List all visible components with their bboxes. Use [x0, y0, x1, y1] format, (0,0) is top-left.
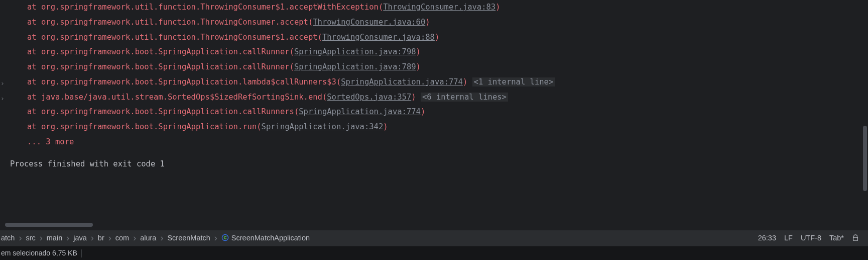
source-link[interactable]: SpringApplication.java:774 — [299, 107, 421, 116]
expand-arrow-icon[interactable]: › — [0, 77, 5, 90]
status-right: 26:33 LF UTF-8 Tab* — [758, 231, 864, 245]
breadcrumb-label: java — [73, 234, 87, 242]
breadcrumb-label: com — [115, 234, 129, 242]
indent-mode[interactable]: Tab* — [829, 231, 844, 245]
stack-method: org.springframework.util.function.Throwi… — [41, 3, 379, 12]
breadcrumb-label: main — [47, 234, 62, 242]
at-keyword: at — [27, 77, 41, 86]
chevron-right-icon: › — [157, 233, 166, 242]
breadcrumb-item[interactable]: ScreenMatch — [166, 231, 211, 245]
breadcrumb-item[interactable]: src — [25, 231, 36, 245]
stack-method: org.springframework.boot.SpringApplicati… — [41, 77, 336, 86]
internal-lines-badge[interactable]: <6 internal lines> — [421, 93, 508, 102]
cursor-position[interactable]: 26:33 — [758, 231, 776, 245]
at-keyword: at — [27, 122, 41, 131]
breadcrumb-label: ScreenMatch — [167, 234, 210, 242]
at-keyword: at — [27, 33, 41, 42]
file-encoding[interactable]: UTF-8 — [801, 231, 821, 245]
stack-trace-line: at org.springframework.util.function.Thr… — [5, 15, 868, 30]
breadcrumb-path: atch›src›main›java›br›com›alura›ScreenMa… — [0, 231, 758, 245]
stack-method: java.base/java.util.stream.SortedOps$Siz… — [41, 93, 322, 102]
breadcrumb-label: src — [26, 234, 35, 242]
chevron-right-icon: › — [16, 233, 25, 242]
breadcrumb-item[interactable]: alura — [139, 231, 157, 245]
horizontal-scrollbar[interactable] — [5, 223, 93, 227]
source-link[interactable]: SpringApplication.java:342 — [262, 122, 384, 131]
status-separator — [81, 249, 82, 257]
breadcrumb-item[interactable]: java — [72, 231, 88, 245]
stack-trace-line: at org.springframework.boot.SpringApplic… — [5, 105, 868, 120]
stack-method: org.springframework.boot.SpringApplicati… — [41, 47, 290, 56]
chevron-right-icon: › — [37, 233, 46, 242]
stack-method: org.springframework.util.function.Throwi… — [41, 18, 308, 27]
expand-arrow-icon[interactable]: › — [0, 93, 5, 105]
breadcrumb-label: ScreenMatchApplication — [231, 234, 310, 242]
at-keyword: at — [27, 93, 41, 102]
vertical-scrollbar[interactable] — [863, 126, 867, 191]
breadcrumb-item[interactable]: com — [114, 231, 130, 245]
readonly-lock-icon[interactable] — [852, 234, 859, 241]
at-keyword: at — [27, 62, 41, 71]
process-exit-line: Process finished with exit code 1 — [5, 157, 868, 172]
breadcrumb-label: alura — [140, 234, 156, 242]
breadcrumb-bar: atch›src›main›java›br›com›alura›ScreenMa… — [0, 230, 868, 246]
stack-trace-line: at org.springframework.util.function.Thr… — [5, 30, 868, 45]
source-link[interactable]: SpringApplication.java:798 — [294, 47, 416, 56]
stack-method: org.springframework.util.function.Throwi… — [41, 33, 318, 42]
at-keyword: at — [27, 47, 41, 56]
source-link[interactable]: ThrowingConsumer.java:83 — [383, 3, 495, 12]
chevron-right-icon: › — [130, 233, 139, 242]
stack-method: org.springframework.boot.SpringApplicati… — [41, 122, 257, 131]
line-separator[interactable]: LF — [784, 231, 793, 245]
at-keyword: at — [27, 107, 41, 116]
source-link[interactable]: SpringApplication.java:789 — [294, 62, 416, 71]
source-link[interactable]: SortedOps.java:357 — [327, 93, 411, 102]
chevron-right-icon: › — [88, 233, 97, 242]
stack-trace-line: at org.springframework.boot.SpringApplic… — [5, 60, 868, 75]
selection-info: em selecionado 6,75 KB — [1, 246, 77, 260]
breadcrumb-item[interactable]: main — [46, 231, 63, 245]
stack-trace-line: at org.springframework.boot.SpringApplic… — [5, 45, 868, 60]
source-link[interactable]: ThrowingConsumer.java:88 — [322, 33, 435, 42]
stack-trace-line: at org.springframework.boot.SpringApplic… — [5, 120, 868, 135]
breadcrumb-item[interactable]: ScreenMatchApplication — [220, 231, 311, 245]
chevron-right-icon: › — [211, 233, 220, 242]
breadcrumb-item[interactable]: br — [97, 231, 105, 245]
stack-trace-line: at org.springframework.boot.SpringApplic… — [5, 75, 868, 90]
internal-lines-badge[interactable]: <1 internal line> — [472, 77, 555, 86]
stack-method: org.springframework.boot.SpringApplicati… — [41, 107, 294, 116]
class-file-icon — [221, 234, 229, 241]
chevron-right-icon: › — [63, 233, 72, 242]
source-link[interactable]: ThrowingConsumer.java:60 — [313, 18, 425, 27]
at-keyword: at — [27, 3, 41, 12]
at-keyword: at — [27, 18, 41, 27]
breadcrumb-item[interactable]: atch — [0, 231, 16, 245]
stack-more-line[interactable]: ... 3 more — [5, 135, 868, 150]
breadcrumb-label: br — [98, 234, 104, 242]
stack-method: org.springframework.boot.SpringApplicati… — [41, 62, 290, 71]
console-output[interactable]: at org.springframework.util.function.Thr… — [0, 0, 868, 227]
chevron-right-icon: › — [105, 233, 114, 242]
breadcrumb-label: atch — [1, 234, 15, 242]
source-link[interactable]: SpringApplication.java:774 — [341, 77, 463, 86]
stack-trace-line: at java.base/java.util.stream.SortedOps$… — [5, 90, 868, 105]
stack-trace-line: at org.springframework.util.function.Thr… — [5, 0, 868, 15]
bottom-status-bar: em selecionado 6,75 KB — [0, 246, 868, 260]
svg-point-0 — [222, 234, 228, 240]
